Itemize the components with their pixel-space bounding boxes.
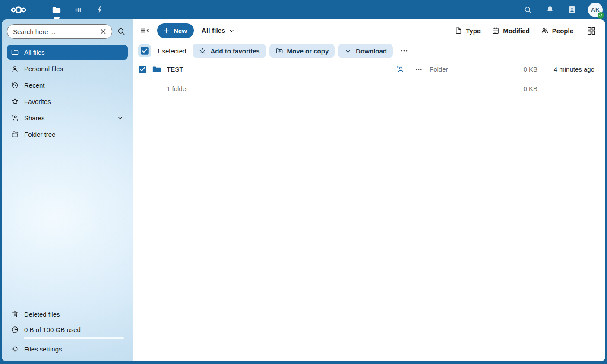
app-files-button[interactable] xyxy=(46,0,67,19)
close-icon xyxy=(100,28,107,35)
sidebar-item-all-files[interactable]: All files xyxy=(7,45,128,60)
chevron-down-icon[interactable] xyxy=(117,114,124,122)
selection-toolbar: 1 selected Add to favorites Move or copy xyxy=(133,42,605,60)
search-box xyxy=(7,24,112,39)
row-checkbox[interactable] xyxy=(138,65,152,74)
app-dashboard-button[interactable] xyxy=(67,0,89,19)
person-plus-icon xyxy=(11,114,19,122)
select-all-checkbox[interactable] xyxy=(138,44,151,57)
clear-search-button[interactable] xyxy=(99,27,107,36)
files-toolbar: New All files Type xyxy=(133,19,605,42)
collapse-sidebar-icon xyxy=(140,26,149,35)
contacts-icon xyxy=(568,6,576,14)
filter-modified-label: Modified xyxy=(503,27,530,35)
file-modified: 4 minutes ago xyxy=(537,66,594,73)
quota-label: 0 B of 100 GB used xyxy=(24,326,81,333)
sidebar-item-shares[interactable]: Shares xyxy=(7,110,128,125)
file-row[interactable]: TEST Folder 0 KB 4 minutes ago xyxy=(133,60,605,78)
selection-count: 1 selected xyxy=(157,47,186,55)
dashboard-icon xyxy=(74,6,82,14)
sidebar-item-label: Files settings xyxy=(24,345,124,353)
share-button[interactable] xyxy=(395,64,405,75)
sidebar-item-label: Personal files xyxy=(24,65,124,72)
row-more-button[interactable] xyxy=(414,65,424,74)
sidebar-item-folder-tree[interactable]: Folder tree xyxy=(7,127,128,141)
file-name[interactable]: TEST xyxy=(167,66,388,73)
quota-progressbar xyxy=(24,337,124,339)
move-or-copy-button[interactable]: Move or copy xyxy=(269,44,335,58)
empty-area xyxy=(133,98,605,361)
notifications-icon xyxy=(546,6,554,14)
breadcrumb-current: All files xyxy=(200,27,227,35)
row-actions xyxy=(388,64,430,75)
history-icon xyxy=(11,81,19,89)
check-icon xyxy=(599,13,603,17)
filter-people-button[interactable]: People xyxy=(541,27,573,35)
arrow-down-icon xyxy=(344,47,352,55)
user-menu[interactable]: AK xyxy=(588,3,603,17)
search-icon xyxy=(524,6,532,14)
topbar: AK xyxy=(0,0,607,19)
breadcrumb[interactable]: All files xyxy=(200,27,235,35)
sidebar-item-label: All files xyxy=(24,49,124,56)
app-activity-button[interactable] xyxy=(89,0,111,19)
summary-count: 1 folder xyxy=(167,85,388,92)
sidebar-item-label: Folder tree xyxy=(24,131,124,138)
toolbar-left: New All files xyxy=(138,23,235,38)
unified-search-button[interactable] xyxy=(521,3,535,17)
quota-icon xyxy=(11,326,19,334)
nextcloud-logo[interactable] xyxy=(6,5,31,15)
sidebar-item-recent[interactable]: Recent xyxy=(7,78,128,92)
contacts-button[interactable] xyxy=(565,3,579,17)
sidebar-item-favorites[interactable]: Favorites xyxy=(7,94,128,109)
sidebar-search-row xyxy=(7,24,128,39)
add-to-favorites-button[interactable]: Add to favorites xyxy=(193,44,266,58)
download-label: Download xyxy=(356,47,387,55)
more-icon xyxy=(400,47,408,55)
person-icon xyxy=(11,65,19,73)
trash-icon xyxy=(11,310,19,318)
sidebar-item-deleted-files[interactable]: Deleted files xyxy=(7,307,128,321)
notifications-button[interactable] xyxy=(543,3,557,17)
more-icon xyxy=(415,66,423,73)
filter-type-label: Type xyxy=(466,27,481,35)
folder-icon xyxy=(152,65,161,74)
grid-view-icon xyxy=(586,25,597,36)
search-submit-button[interactable] xyxy=(115,25,128,38)
file-type: Folder xyxy=(430,66,494,73)
sidebar-item-personal-files[interactable]: Personal files xyxy=(7,61,128,76)
sidebar-item-label: Shares xyxy=(24,114,111,122)
share-person-plus-icon xyxy=(396,65,405,74)
filter-type-button[interactable]: Type xyxy=(455,27,481,35)
sidebar-item-files-settings[interactable]: Files settings xyxy=(7,342,128,356)
plus-icon xyxy=(163,27,170,35)
file-icon xyxy=(455,27,462,35)
people-icon xyxy=(541,27,549,35)
gear-icon xyxy=(11,345,19,353)
quota-block[interactable]: 0 B of 100 GB used xyxy=(7,323,128,342)
activity-icon xyxy=(95,6,104,14)
search-icon xyxy=(117,27,126,36)
sidebar-footer: Deleted files 0 B of 100 GB used xyxy=(7,307,128,358)
status-online-badge xyxy=(598,12,604,19)
topbar-right: AK xyxy=(521,3,603,17)
chevron-down-icon xyxy=(228,27,235,35)
selection-more-button[interactable] xyxy=(396,45,412,57)
files-sidebar: All files Personal files Recent Favorite… xyxy=(2,19,133,361)
app-content: All files Personal files Recent Favorite… xyxy=(2,19,605,361)
summary-size: 0 KB xyxy=(494,85,537,92)
selection-actions: Add to favorites Move or copy Download xyxy=(193,44,412,58)
checkbox-checked-icon xyxy=(138,65,147,74)
new-button[interactable]: New xyxy=(157,23,194,38)
search-input[interactable] xyxy=(13,28,99,35)
move-or-copy-label: Move or copy xyxy=(287,47,329,55)
download-button[interactable]: Download xyxy=(338,44,393,58)
collapse-sidebar-button[interactable] xyxy=(138,24,151,37)
quota-row: 0 B of 100 GB used xyxy=(7,324,128,335)
file-type-icon-cell xyxy=(152,65,167,74)
grid-view-toggle[interactable] xyxy=(585,24,598,38)
active-app-indicator xyxy=(54,17,60,19)
add-to-favorites-label: Add to favorites xyxy=(210,47,259,55)
filter-modified-button[interactable]: Modified xyxy=(492,27,530,35)
filter-people-label: People xyxy=(552,27,573,35)
